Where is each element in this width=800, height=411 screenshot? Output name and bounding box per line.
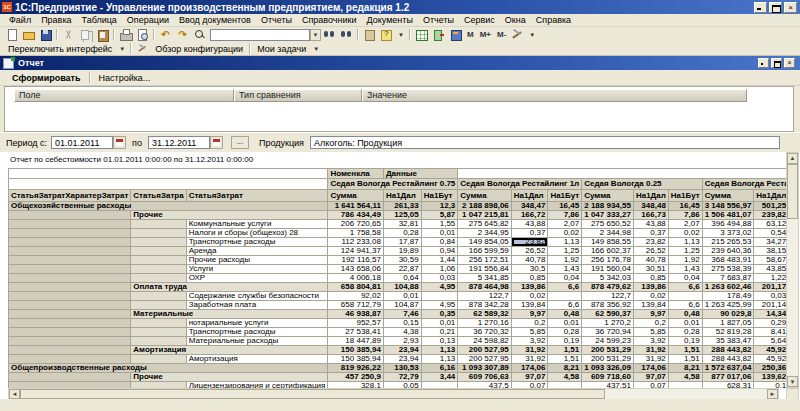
scroll-up-icon[interactable]: ▲ (787, 153, 798, 164)
pivot-cell-16-3[interactable]: 200 527,95 (458, 346, 511, 355)
pivot-cell-4-4[interactable]: 23,82 (511, 238, 548, 247)
pivot-measure-header-1-2[interactable]: На1Бут (548, 190, 582, 202)
pivot-cell-4-8[interactable]: 1,13 (668, 238, 702, 247)
pivot-cell-9-9[interactable]: 1 263 602,46 (702, 283, 754, 292)
pivot-cell-18-6[interactable]: 1 093 326,09 (582, 364, 634, 373)
memory-button-0[interactable]: M (464, 30, 477, 39)
pivot-corner-header-2[interactable]: СтатьяЗатрат (186, 190, 328, 202)
pivot-cell-3-1[interactable]: 0,28 (383, 229, 421, 238)
pivot-cell-14-8[interactable]: 0,28 (668, 328, 702, 337)
pivot-cell-13-2[interactable]: 0,01 (421, 319, 458, 328)
pivot-cell-2-6[interactable]: 275 650,52 (582, 220, 634, 229)
pivot-cell-4-1[interactable]: 17,87 (383, 238, 421, 247)
pivot-group-header-3[interactable]: Седая Вологда Рестайлинг 0 (702, 179, 786, 190)
pivot-top-header-data[interactable]: Данные (383, 169, 457, 179)
config-review-icon[interactable] (137, 43, 149, 53)
pivot-cell-19-5[interactable]: 4,58 (548, 373, 582, 382)
pivot-cell-16-5[interactable]: 1,51 (548, 346, 582, 355)
pivot-cell-15-6[interactable]: 24 599,23 (582, 337, 634, 346)
pivot-row-label[interactable]: Оплата труда (131, 283, 328, 292)
pivot-cell-6-4[interactable]: 40,78 (511, 256, 548, 265)
pivot-cell-15-9[interactable]: 35 383,47 (702, 337, 754, 346)
filter-column-comparison[interactable]: Тип сравнения (234, 89, 362, 102)
pivot-cell-14-9[interactable]: 52 819,28 (702, 328, 754, 337)
print-icon[interactable] (118, 28, 133, 41)
pivot-cell-18-0[interactable]: 819 926,22 (328, 364, 384, 373)
tools-dropdown-icon[interactable]: ▼ (526, 32, 538, 38)
pivot-measure-header-2-0[interactable]: Сумма (582, 190, 634, 202)
pivot-cell-10-3[interactable]: 122,7 (458, 292, 511, 301)
pivot-cell-19-9[interactable]: 877 017,06 (702, 373, 754, 382)
pivot-cell-6-6[interactable]: 256 176,78 (582, 256, 634, 265)
pivot-corner-header-1[interactable]: СтатьяЗатра (131, 190, 186, 202)
pivot-row-label[interactable]: Прочие (131, 373, 328, 382)
undo-icon[interactable]: ↶ (158, 28, 173, 41)
pivot-cell-17-1[interactable]: 23,94 (383, 355, 421, 364)
menu-item-0[interactable]: Файл (4, 15, 36, 25)
pivot-cell-6-1[interactable]: 30,59 (383, 256, 421, 265)
vertical-scrollbar[interactable]: ▲ ▼ (786, 152, 799, 388)
pivot-cell-14-1[interactable]: 4,38 (383, 328, 421, 337)
pivot-cell-11-1[interactable]: 104,87 (383, 301, 421, 310)
pivot-cell-8-6[interactable]: 5 342,03 (582, 274, 634, 283)
pivot-row-label[interactable]: Заработная плата (186, 301, 328, 310)
settings-button[interactable]: Настройка... (93, 73, 157, 83)
calendar-to-icon[interactable] (210, 136, 223, 149)
pivot-cell-9-4[interactable]: 139,86 (511, 283, 548, 292)
pivot-cell-13-5[interactable]: 0,01 (548, 319, 582, 328)
pivot-cell-0-10[interactable]: 501,25 (754, 202, 786, 211)
vertical-scroll-thumb[interactable] (787, 164, 798, 219)
pivot-cell-4-9[interactable]: 215 265,53 (702, 238, 754, 247)
exit-icon[interactable] (431, 28, 446, 41)
pivot-row-label[interactable]: Амортизация (131, 346, 328, 355)
pivot-row-label[interactable]: Услуги (186, 265, 328, 274)
pivot-cell-6-3[interactable]: 256 172,51 (458, 256, 511, 265)
find-next-icon[interactable] (322, 28, 337, 41)
pivot-row-label[interactable]: Аренда (186, 247, 328, 256)
pivot-cell-17-7[interactable]: 31,92 (633, 355, 668, 364)
pivot-cell-6-2[interactable]: 1,44 (421, 256, 458, 265)
pivot-group-header-1[interactable]: Седая Вологда Рестайлинг 1л (458, 179, 582, 190)
pivot-cell-0-5[interactable]: 16,45 (548, 202, 582, 211)
pivot-cell-10-0[interactable]: 92,02 (328, 292, 384, 301)
pivot-measure-header-3-1[interactable]: На1Дал (754, 190, 786, 202)
pivot-cell-5-1[interactable]: 19,89 (383, 247, 421, 256)
pivot-cell-9-5[interactable]: 6,6 (548, 283, 582, 292)
calculator-icon[interactable] (448, 28, 463, 41)
pivot-cell-3-9[interactable]: 3 373,02 (702, 229, 754, 238)
pivot-cell-8-0[interactable]: 4 006,18 (328, 274, 384, 283)
menu-item-2[interactable]: Таблица (77, 15, 122, 25)
search-input[interactable] (210, 29, 310, 41)
pivot-cell-7-6[interactable]: 191 560,04 (582, 265, 634, 274)
pivot-cell-10-10[interactable]: 0,03 (754, 292, 786, 301)
pivot-cell-7-3[interactable]: 191 556,84 (458, 265, 511, 274)
pivot-cell-4-10[interactable]: 34,27 (754, 238, 786, 247)
menu-item-8[interactable]: Отчеты (418, 15, 459, 25)
product-input[interactable] (310, 136, 780, 149)
scroll-right-icon[interactable]: ► (767, 389, 778, 399)
pivot-cell-14-5[interactable]: 0,28 (548, 328, 582, 337)
pivot-cell-17-10[interactable]: 45,92 (754, 355, 786, 364)
pivot-cell-0-0[interactable]: 1 641 564,11 (328, 202, 384, 211)
pivot-cell-13-6[interactable]: 1 270,2 (582, 319, 634, 328)
pivot-cell-2-2[interactable]: 1,55 (421, 220, 458, 229)
pivot-cell-12-4[interactable]: 9,97 (511, 310, 548, 319)
pivot-cell-6-7[interactable]: 40,78 (633, 256, 668, 265)
table-icon[interactable] (414, 28, 429, 41)
pivot-cell-12-9[interactable]: 90 029,8 (702, 310, 754, 319)
clipboard-icon[interactable] (362, 28, 377, 41)
pivot-cell-11-5[interactable]: 6,6 (548, 301, 582, 310)
pivot-row-label[interactable]: ОХР (186, 274, 328, 283)
pivot-cell-9-7[interactable]: 139,86 (633, 283, 668, 292)
pivot-cell-3-8[interactable]: 0,02 (668, 229, 702, 238)
pivot-cell-0-1[interactable]: 261,33 (383, 202, 421, 211)
pivot-row-label[interactable]: Коммунальные услуги (186, 220, 328, 229)
pivot-measure-header-1-1[interactable]: На1Дал (511, 190, 548, 202)
close-button[interactable]: × (784, 2, 797, 13)
pivot-cell-19-10[interactable]: 139,62 (754, 373, 786, 382)
pivot-cell-17-6[interactable]: 200 531,29 (582, 355, 634, 364)
pivot-cell-0-8[interactable]: 16,45 (668, 202, 702, 211)
pivot-row-label[interactable]: Содержание службы безопасности (186, 292, 328, 301)
pivot-row-label[interactable]: Общепроизводственные расходы (9, 364, 328, 373)
my-tasks-button[interactable]: Мои задачи (253, 44, 310, 54)
